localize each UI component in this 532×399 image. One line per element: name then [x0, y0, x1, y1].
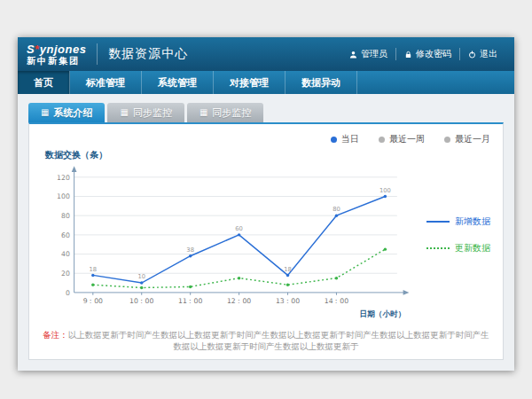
svg-text:60: 60 — [235, 225, 243, 232]
svg-text:18: 18 — [90, 266, 98, 273]
last-week-dot-icon — [379, 137, 385, 143]
change-password-button[interactable]: 修改密码 — [395, 48, 459, 60]
logo-company-name: 新中新集团 — [27, 57, 86, 66]
svg-text:60: 60 — [61, 231, 70, 239]
svg-text:10：00: 10：00 — [129, 297, 153, 305]
svg-text:20: 20 — [61, 270, 70, 278]
company-logo[interactable]: S*ynjones 新中新集团 — [27, 43, 86, 66]
nav-item-standard-management[interactable]: 标准管理 — [70, 71, 142, 94]
svg-text:80: 80 — [332, 206, 340, 213]
content-area: ▦ 系统介绍 ▦ 同步监控 ▦ 同步监控 当日 最近一周 — [18, 94, 514, 371]
footnote-label: 备注： — [43, 330, 68, 340]
footnote: 备注：以上数据更新于时间产生数据以上数据更新于时间产生数据以上数据更新于时间产生… — [42, 329, 490, 353]
top-header: S*ynjones 新中新集团 数据资源中心 管理员 修改密码 退出 — [18, 37, 514, 71]
svg-text:11：00: 11：00 — [178, 297, 202, 305]
footnote-text: 以上数据更新于时间产生数据以上数据更新于时间产生数据以上数据更新于时间产生数据以… — [68, 330, 489, 351]
svg-text:14：00: 14：00 — [325, 297, 348, 305]
filter-last-week[interactable]: 最近一周 — [379, 133, 425, 145]
legend-update-data[interactable]: 更新数据 — [426, 242, 490, 254]
tab-strip: ▦ 系统介绍 ▦ 同步监控 ▦ 同步监控 — [28, 103, 504, 122]
filter-today[interactable]: 当日 — [331, 133, 359, 145]
tab-sync-monitor-2[interactable]: ▦ 同步监控 — [187, 103, 263, 122]
header-divider — [97, 43, 98, 65]
dotted-line-icon — [426, 247, 450, 249]
user-actions: 管理员 修改密码 退出 — [341, 48, 505, 60]
logo-wordmark: S*ynjones — [27, 43, 86, 55]
user-icon — [349, 51, 357, 59]
line-chart: 0204060801001209：0010：0011：0012：0013：001… — [42, 161, 418, 325]
series-legend: 新增数据 更新数据 — [426, 215, 490, 254]
svg-text:9：00: 9：00 — [83, 297, 103, 305]
filter-last-month[interactable]: 最近一月 — [444, 133, 490, 145]
legend-new-data[interactable]: 新增数据 — [426, 215, 490, 228]
svg-text:120: 120 — [57, 174, 70, 182]
svg-text:100: 100 — [57, 192, 70, 200]
svg-text:12：00: 12：00 — [227, 297, 251, 305]
tab-system-intro[interactable]: ▦ 系统介绍 — [28, 103, 105, 122]
lock-icon — [404, 51, 412, 59]
grid-icon: ▦ — [200, 108, 207, 117]
nav-item-data-changes[interactable]: 数据异动 — [286, 71, 357, 94]
grid-icon: ▦ — [120, 108, 128, 117]
power-icon — [468, 51, 476, 59]
chart-panel: 当日 最近一周 最近一月 数据交换（条） 0204060801001209：00… — [28, 122, 504, 360]
main-navigation: 首页 标准管理 系统管理 对接管理 数据异动 — [18, 71, 514, 94]
svg-text:38: 38 — [186, 246, 194, 254]
nav-item-system-management[interactable]: 系统管理 — [142, 71, 214, 94]
tab-sync-monitor-1[interactable]: ▦ 同步监控 — [107, 103, 184, 122]
last-month-dot-icon — [444, 137, 450, 143]
svg-text:40: 40 — [61, 250, 70, 258]
svg-text:10: 10 — [137, 273, 145, 280]
today-dot-icon — [331, 137, 337, 143]
admin-user-button[interactable]: 管理员 — [341, 48, 395, 60]
grid-icon: ▦ — [41, 108, 49, 117]
nav-item-integration-management[interactable]: 对接管理 — [214, 71, 286, 94]
svg-text:13：00: 13：00 — [276, 297, 300, 305]
svg-text:100: 100 — [379, 187, 391, 194]
y-axis-label: 数据交换（条） — [45, 149, 490, 161]
svg-text:0: 0 — [66, 289, 70, 297]
solid-line-icon — [426, 221, 450, 223]
chart-row: 0204060801001209：0010：0011：0012：0013：001… — [42, 161, 490, 325]
time-range-filters: 当日 最近一周 最近一月 — [42, 133, 490, 145]
page-title: 数据资源中心 — [108, 46, 188, 62]
logout-button[interactable]: 退出 — [459, 48, 505, 60]
svg-text:80: 80 — [61, 212, 70, 220]
app-window: S*ynjones 新中新集团 数据资源中心 管理员 修改密码 退出 首页 标准… — [18, 37, 514, 371]
nav-item-home[interactable]: 首页 — [18, 71, 70, 94]
svg-text:日期（小时）: 日期（小时） — [360, 309, 406, 318]
svg-text:18: 18 — [284, 266, 292, 273]
